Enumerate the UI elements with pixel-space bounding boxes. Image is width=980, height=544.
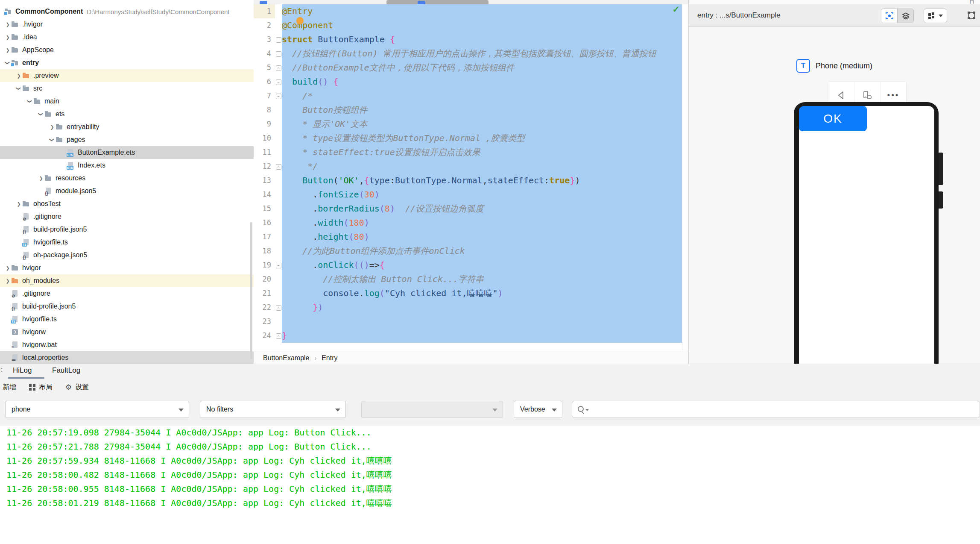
log-filter-dropdown[interactable]: No filters — [200, 401, 346, 418]
device-filter-dropdown[interactable]: phone — [5, 401, 189, 418]
tree-item-hvigor[interactable]: ❯hvigor — [0, 262, 254, 274]
code-line[interactable]: 16 .width(180) — [254, 216, 682, 230]
gutter-line-number[interactable]: 10 — [254, 131, 275, 145]
code-text[interactable]: @Entry — [282, 4, 682, 18]
tab-faultlog[interactable]: FaultLog — [52, 364, 80, 377]
chevron-expanded-icon[interactable]: ❯ — [49, 136, 56, 143]
code-text[interactable]: * type设置按钮类型为ButtonType.Normal ,胶囊类型 — [282, 131, 682, 145]
chevron-collapsed-icon[interactable]: ❯ — [38, 175, 44, 182]
preview-ok-button[interactable]: OK — [799, 106, 867, 131]
code-text[interactable] — [282, 315, 682, 329]
code-text[interactable]: build() { — [282, 75, 682, 89]
gutter-line-number[interactable]: 23 — [254, 315, 275, 329]
tree-item-.gitignore[interactable]: ⊘.gitignore — [0, 287, 254, 300]
gutter-line-number[interactable]: 6 — [254, 75, 275, 89]
chevron-expanded-icon[interactable]: ❯ — [38, 111, 44, 118]
tree-item-local.properties[interactable]: ≔local.properties — [0, 351, 254, 364]
code-line[interactable]: 13 Button('OK',{type:ButtonType.Normal,s… — [254, 173, 682, 188]
fold-marker-icon[interactable]: − — [275, 75, 282, 89]
code-text[interactable]: */ — [282, 159, 682, 173]
gutter-line-number[interactable]: 3 — [254, 32, 275, 47]
tree-root-row[interactable]: CommonComponent D:\HarmonysStudy\selfStu… — [0, 5, 254, 18]
code-text[interactable]: .onClick(()=>{ — [282, 258, 682, 272]
code-line[interactable]: 22˄ }) — [254, 300, 682, 315]
layout-button[interactable]: 布局 — [29, 383, 53, 392]
tree-item-AppScope[interactable]: ❯AppScope — [0, 44, 254, 56]
tree-item-.preview[interactable]: ❯.preview — [0, 69, 254, 82]
gutter-line-number[interactable]: 17 — [254, 230, 275, 244]
tree-scrollbar[interactable] — [250, 222, 252, 359]
chevron-collapsed-icon[interactable]: ❯ — [4, 21, 11, 28]
gutter-line-number[interactable]: 20 — [254, 272, 275, 286]
tree-item-hvigorw.bat[interactable]: ≡hvigorw.bat — [0, 338, 254, 351]
fold-marker-icon[interactable]: ˄ — [275, 61, 282, 75]
code-line[interactable]: 10 * type设置按钮类型为ButtonType.Normal ,胶囊类型 — [254, 131, 682, 145]
log-output[interactable]: 11-26 20:57:19.098 27984-35044 I A0c0d0/… — [0, 426, 980, 544]
tree-item-Index.ets[interactable]: ETSIndex.ets — [0, 159, 254, 172]
code-line[interactable]: 9 * 显示'OK'文本 — [254, 117, 682, 131]
inspect-locate-button[interactable] — [881, 9, 897, 23]
fold-marker-icon[interactable]: ˄ — [275, 159, 282, 173]
code-line[interactable]: 20 //控制太输出 Button Click...字符串 — [254, 272, 682, 286]
code-text[interactable]: //控制太输出 Button Click...字符串 — [282, 272, 682, 286]
code-text[interactable]: .width(180) — [282, 216, 682, 230]
gutter-line-number[interactable]: 8 — [254, 103, 275, 117]
layers-button[interactable] — [897, 9, 913, 23]
tree-item-.idea[interactable]: ❯.idea — [0, 31, 254, 44]
code-line[interactable]: 21 console.log("Cyh clicked it,嘻嘻嘻") — [254, 286, 682, 300]
code-line[interactable]: 5˄ //ButtonExample文件中，使用以下代码，添加按钮组件 — [254, 61, 682, 75]
chevron-collapsed-icon[interactable]: ❯ — [49, 124, 56, 130]
code-line[interactable]: 3−struct ButtonExample { — [254, 32, 682, 47]
code-text[interactable]: @Component — [282, 18, 682, 32]
tree-item-oh-package.json5[interactable]: {}oh-package.json5 — [0, 249, 254, 262]
code-text[interactable]: Button('OK',{type:ButtonType.Normal,stat… — [282, 173, 682, 188]
code-line[interactable]: 15 .borderRadius(8) //设置按钮边角弧度 — [254, 202, 682, 216]
code-line[interactable]: 14 .fontSize(30) — [254, 188, 682, 202]
code-line[interactable]: 19− .onClick(()=>{ — [254, 258, 682, 272]
log-search-input[interactable] — [572, 401, 980, 418]
fold-marker-icon[interactable]: − — [275, 32, 282, 47]
tree-item-oh-modules[interactable]: ❯oh_modules — [0, 274, 254, 287]
tree-item-resources[interactable]: ❯resources — [0, 172, 254, 185]
editor-tabstrip[interactable] — [254, 0, 688, 4]
tree-item-hvigorfile.ts[interactable]: TShvigorfile.ts — [0, 313, 254, 326]
chevron-collapsed-icon[interactable]: ❯ — [4, 277, 11, 284]
code-line[interactable]: 1@Entry — [254, 4, 682, 18]
tree-item-entryability[interactable]: ❯entryability — [0, 121, 254, 133]
breadcrumb-node[interactable]: Entry — [322, 354, 337, 362]
code-line[interactable]: 7− /* — [254, 89, 682, 103]
code-text[interactable]: //ButtonExample文件中，使用以下代码，添加按钮组件 — [282, 61, 682, 75]
code-text[interactable]: struct ButtonExample { — [282, 32, 682, 47]
code-text[interactable]: /* — [282, 89, 682, 103]
code-line[interactable]: 6− build() { — [254, 75, 682, 89]
code-text[interactable]: Button按钮组件 — [282, 103, 682, 117]
gutter-line-number[interactable]: 11 — [254, 145, 275, 159]
tab-hilog[interactable]: HiLog — [13, 364, 32, 377]
gutter-line-number[interactable]: 14 — [254, 188, 275, 202]
code-line[interactable]: 24˄} — [254, 329, 682, 343]
chevron-collapsed-icon[interactable]: ❯ — [4, 265, 11, 271]
gutter-line-number[interactable]: 21 — [254, 286, 275, 300]
code-text[interactable]: * 显示'OK'文本 — [282, 117, 682, 131]
code-editor[interactable]: 1@Entry2@Component3−struct ButtonExample… — [254, 0, 688, 364]
code-line[interactable]: 18 //为此Button组件添加点击事件onClick — [254, 244, 682, 258]
fold-marker-icon[interactable]: − — [275, 89, 282, 103]
chevron-collapsed-icon[interactable]: ❯ — [4, 47, 11, 53]
code-text[interactable]: .fontSize(30) — [282, 188, 682, 202]
fold-marker-icon[interactable]: ˄ — [275, 329, 282, 343]
code-text[interactable]: } — [282, 329, 682, 343]
tree-item-ButtonExample.ets[interactable]: ETSButtonExample.ets — [0, 146, 254, 159]
chevron-collapsed-icon[interactable]: ❯ — [4, 34, 11, 41]
tree-item-ohosTest[interactable]: ❯ohosTest — [0, 197, 254, 210]
code-text[interactable]: console.log("Cyh clicked it,嘻嘻嘻") — [282, 286, 682, 300]
code-text[interactable]: //为此Button组件添加点击事件onClick — [282, 244, 682, 258]
code-text[interactable]: * stateEffect:true设置按钮开启点击效果 — [282, 145, 682, 159]
gutter-line-number[interactable]: 9 — [254, 117, 275, 131]
code-text[interactable]: .borderRadius(8) //设置按钮边角弧度 — [282, 202, 682, 216]
gutter-line-number[interactable]: 7 — [254, 89, 275, 103]
chevron-expanded-icon[interactable]: ❯ — [26, 98, 33, 105]
editor-scrollbar[interactable] — [682, 4, 688, 350]
gutter-line-number[interactable]: 2 — [254, 18, 275, 32]
tree-item-entry[interactable]: ❯entry — [0, 56, 254, 69]
chevron-expanded-icon[interactable]: ❯ — [15, 85, 22, 92]
